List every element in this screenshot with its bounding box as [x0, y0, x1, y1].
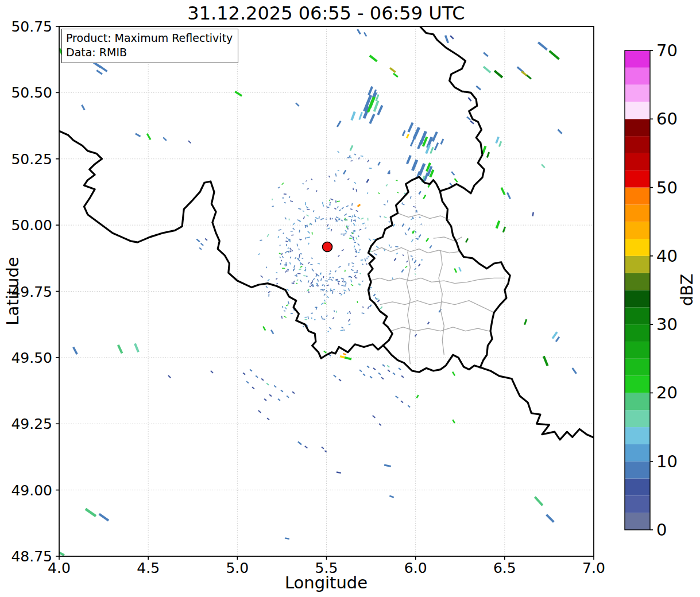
border-lux-canton-mersch [369, 278, 505, 283]
colorbar-segment [625, 324, 650, 342]
radar-echoes [55, 29, 577, 555]
colorbar-segment [625, 273, 650, 290]
colorbar-segment [625, 102, 650, 119]
colorbar-tick-label: 40 [656, 246, 678, 266]
colorbar-segment [625, 68, 650, 85]
colorbar-tick-label: 70 [656, 41, 678, 60]
product-annotation-box: Product: Maximum Reflectivity Data: RMIB [61, 29, 238, 63]
radar-site-marker [323, 242, 332, 251]
figure-title: 31.12.2025 06:55 - 06:59 UTC [187, 2, 465, 24]
y-tick-label: 48.75 [11, 548, 52, 565]
colorbar-tick-label: 30 [656, 315, 678, 334]
border-lux-canton-esch [390, 327, 489, 331]
canton-borders [369, 213, 505, 364]
colorbar-tick-label: 50 [656, 178, 678, 197]
colorbar-segment [625, 376, 650, 393]
colorbar-segment [625, 462, 650, 479]
x-axis-label: Longitude [285, 573, 368, 592]
y-tick-label: 49.50 [11, 350, 52, 366]
x-tick-label: 4.5 [137, 560, 160, 576]
x-tick-label: 6.0 [404, 560, 427, 576]
axis-ticks: 4.04.55.05.56.06.57.048.7549.0049.2549.5… [11, 18, 605, 576]
colorbar-segment [625, 427, 650, 444]
colorbar-segment [625, 51, 650, 68]
colorbar-segment [625, 479, 650, 496]
border-germany-luxembourg [440, 191, 510, 367]
border-france-germany [480, 367, 594, 440]
border-lux-canton-luxembourg [380, 301, 494, 313]
colorbar-segment [625, 393, 650, 410]
colorbar-segment [625, 444, 650, 462]
colorbar-segment [625, 256, 650, 273]
y-tick-label: 50.50 [11, 84, 52, 101]
map-content [55, 26, 594, 555]
colorbar-segment [625, 119, 650, 136]
colorbar-segment [625, 307, 650, 324]
colorbar-tick-label: 20 [656, 383, 678, 402]
colorbar-segment [625, 410, 650, 427]
y-tick-label: 50.75 [11, 18, 52, 35]
border-lux-canton-vianden [434, 237, 462, 241]
colorbar-segment [625, 359, 650, 376]
border-belgium-luxembourg [368, 177, 440, 346]
border-france-luxembourg [383, 346, 480, 373]
ground-clutter [258, 151, 423, 332]
colorbar: 010203040506070 [625, 41, 678, 540]
y-axis-label: Latitude [3, 257, 22, 325]
y-tick-label: 50.25 [11, 151, 52, 168]
x-tick-label: 7.0 [582, 560, 605, 576]
y-tick-label: 49.25 [11, 416, 52, 432]
border-france-belgium [59, 131, 383, 358]
colorbar-segment [625, 136, 650, 153]
colorbar-segment [625, 222, 650, 239]
annotation-data-line: Data: RMIB [66, 45, 233, 60]
colorbar-tick-label: 10 [656, 452, 678, 471]
colorbar-segment [625, 85, 650, 102]
colorbar-tick-label: 60 [656, 109, 678, 129]
colorbar-segment [625, 204, 650, 222]
annotation-product-line: Product: Maximum Reflectivity [66, 31, 233, 45]
x-tick-label: 5.0 [226, 560, 249, 576]
border-lux-canton-clervaux [398, 213, 450, 220]
colorbar-label: dBZ [678, 274, 697, 306]
radar-figure: 4.04.55.05.56.06.57.048.7549.0049.2549.5… [0, 0, 700, 597]
y-tick-label: 50.00 [11, 217, 52, 234]
border-lux-canton-west-split [407, 251, 410, 364]
y-tick-label: 49.00 [11, 482, 52, 499]
colorbar-segment [625, 290, 650, 308]
colorbar-segment [625, 342, 650, 359]
x-tick-label: 6.5 [493, 560, 516, 576]
colorbar-segment [625, 170, 650, 188]
colorbar-tick-label: 0 [656, 520, 667, 540]
colorbar-segment [625, 153, 650, 170]
colorbar-segment [625, 239, 650, 256]
colorbar-segment [625, 513, 650, 530]
map-plot: 4.04.55.05.56.06.57.048.7549.0049.2549.5… [0, 0, 700, 597]
colorbar-segment [625, 188, 650, 205]
colorbar-segment [625, 495, 650, 513]
